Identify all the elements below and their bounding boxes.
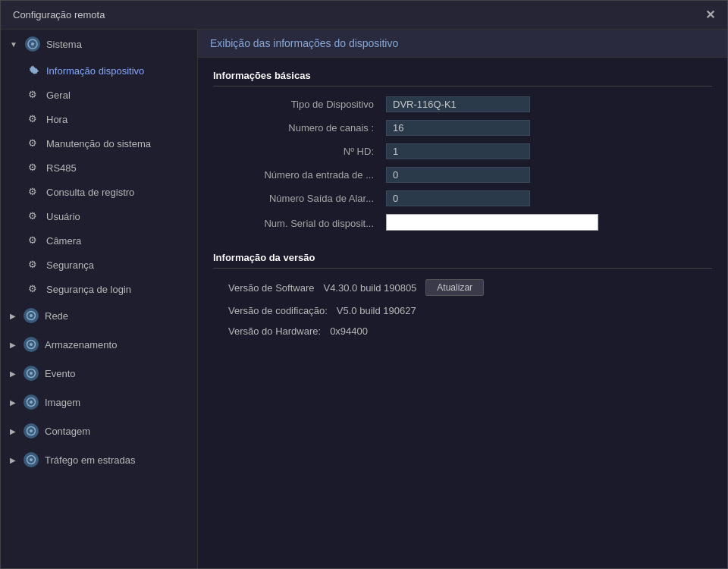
close-button[interactable]: ✕: [705, 9, 715, 21]
gear-icon: ⚙: [28, 162, 40, 174]
sidebar-item-label: RS485: [46, 162, 77, 174]
sidebar-group-evento[interactable]: ▶ Evento: [1, 359, 197, 388]
chevron-right-icon: ▶: [10, 398, 16, 407]
sidebar-group-armazenamento[interactable]: ▶ Armazenamento: [1, 330, 197, 359]
table-row: Numero de canais : 16: [213, 116, 712, 140]
version-software-value: V4.30.0 build 190805: [323, 282, 416, 294]
serial-input[interactable]: [386, 214, 598, 231]
content-area: ▼ Sistema Informação dispositivo ⚙ Ge: [1, 30, 727, 568]
chevron-right-icon: ▶: [10, 312, 16, 320]
gear-icon: ⚙: [28, 283, 40, 295]
chevron-down-icon: ▼: [10, 40, 17, 49]
table-row: Tipo de Dispositivo DVR-116Q-K1: [213, 93, 712, 116]
sidebar-item-label: Segurança de login: [46, 284, 131, 295]
sidebar-item-manutencao[interactable]: ⚙ Manutenção do sistema: [1, 131, 197, 156]
evento-label: Evento: [45, 368, 75, 379]
basic-info-table: Tipo de Dispositivo DVR-116Q-K1 Numero d…: [213, 93, 712, 237]
sidebar-group-contagem[interactable]: ▶ Contagem: [1, 417, 197, 445]
table-row: Num. Serial do disposit...: [213, 210, 712, 237]
row-label: Número da entrada de ...: [213, 163, 380, 187]
sidebar-item-label: Usuário: [46, 211, 80, 222]
row-label: Num. Serial do disposit...: [213, 210, 380, 237]
gear-icon: ⚙: [28, 234, 40, 247]
update-button[interactable]: Atualizar: [425, 279, 484, 296]
evento-icon: [24, 366, 39, 381]
sistema-icon: [25, 36, 40, 52]
sidebar-item-consulta[interactable]: ⚙ Consulta de registro: [1, 180, 197, 204]
svg-point-11: [30, 429, 33, 432]
sidebar-item-camera[interactable]: ⚙ Câmera: [1, 228, 197, 253]
window-title: Configuração remota: [13, 9, 105, 20]
svg-point-13: [30, 458, 33, 461]
gear-icon: ⚙: [28, 137, 40, 149]
sidebar-item-rs485[interactable]: ⚙ RS485: [1, 156, 197, 180]
sidebar-group-sistema[interactable]: ▼ Sistema: [1, 30, 197, 58]
version-hardware-value: 0x94400: [330, 325, 368, 337]
main-content: Exibição das informações do dispositivo …: [198, 30, 727, 568]
sidebar-item-hora[interactable]: ⚙ Hora: [1, 107, 197, 131]
version-hardware-label: Versão do Hardware:: [228, 325, 321, 337]
trafego-label: Tráfego em estradas: [45, 454, 135, 466]
row-label: Número Saída de Alar...: [213, 187, 380, 210]
version-row-codificacao: Versão de codificação: V5.0 build 190627: [213, 300, 712, 321]
sidebar-item-informacao-dispositivo[interactable]: Informação dispositivo: [1, 58, 197, 83]
value-display: 1: [386, 143, 530, 159]
imagem-label: Imagem: [45, 397, 80, 408]
gear-icon: ⚙: [28, 89, 40, 101]
sidebar-group-rede[interactable]: ▶ Rede: [1, 301, 197, 330]
sidebar-item-label: Informação dispositivo: [46, 65, 144, 77]
chevron-right-icon: ▶: [10, 369, 16, 378]
gear-icon: ⚙: [28, 186, 40, 198]
contagem-icon: [24, 423, 39, 439]
sidebar-item-label: Consulta de registro: [46, 187, 134, 198]
panel-header: Exibição das informações do dispositivo: [198, 30, 727, 58]
sidebar-group-imagem[interactable]: ▶ Imagem: [1, 388, 197, 417]
row-value: DVR-116Q-K1: [380, 93, 712, 116]
gear-icon: ⚙: [28, 113, 40, 125]
table-row: Nº HD: 1: [213, 140, 712, 163]
imagem-icon: [24, 395, 39, 410]
svg-point-5: [30, 343, 33, 346]
sidebar: ▼ Sistema Informação dispositivo ⚙ Ge: [1, 30, 198, 568]
sidebar-item-geral[interactable]: ⚙ Geral: [1, 83, 197, 107]
sidebar-item-label: Hora: [46, 114, 67, 125]
gear-icon: ⚙: [28, 259, 40, 271]
svg-point-1: [31, 42, 34, 46]
sidebar-item-label: Câmera: [46, 235, 81, 247]
version-row-hardware: Versão do Hardware: 0x94400: [213, 321, 712, 341]
version-section: Versão de Software V4.30.0 build 190805 …: [213, 275, 712, 341]
version-row-software: Versão de Software V4.30.0 build 190805 …: [213, 275, 712, 300]
row-value: [380, 210, 712, 237]
row-label: Nº HD:: [213, 140, 380, 163]
panel-body: Informações básicas Tipo de Dispositivo …: [198, 58, 727, 568]
version-software-label: Versão de Software: [228, 282, 314, 294]
row-value: 16: [380, 116, 712, 140]
version-codificacao-value: V5.0 build 190627: [337, 305, 416, 316]
svg-point-9: [30, 401, 33, 404]
sidebar-item-seguranca[interactable]: ⚙ Segurança: [1, 253, 197, 277]
rede-icon: [24, 308, 39, 323]
sidebar-item-label: Geral: [46, 90, 71, 101]
sidebar-item-usuario[interactable]: ⚙ Usuário: [1, 204, 197, 228]
table-row: Número da entrada de ... 0: [213, 163, 712, 187]
version-info-section-title: Informação da versão: [213, 252, 712, 269]
contagem-label: Contagem: [45, 426, 90, 437]
armazenamento-label: Armazenamento: [45, 339, 117, 351]
version-codificacao-label: Versão de codificação:: [228, 305, 328, 316]
svg-point-3: [30, 314, 33, 317]
basic-info-section-title: Informações básicas: [213, 70, 712, 86]
value-display: 0: [386, 190, 530, 206]
sidebar-item-seguranca-login[interactable]: ⚙ Segurança de login: [1, 277, 197, 301]
table-row: Número Saída de Alar... 0: [213, 187, 712, 210]
sistema-label: Sistema: [46, 39, 82, 50]
row-label: Tipo de Dispositivo: [213, 93, 380, 116]
row-label: Numero de canais :: [213, 116, 380, 140]
chevron-right-icon: ▶: [10, 341, 16, 349]
row-value: 0: [380, 187, 712, 210]
value-display: 16: [386, 120, 530, 136]
sidebar-item-label: Segurança: [46, 259, 94, 271]
armazenamento-icon: [24, 337, 39, 352]
sidebar-group-trafego[interactable]: ▶ Tráfego em estradas: [1, 445, 197, 474]
sidebar-item-label: Manutenção do sistema: [46, 138, 151, 149]
svg-point-7: [30, 372, 33, 375]
